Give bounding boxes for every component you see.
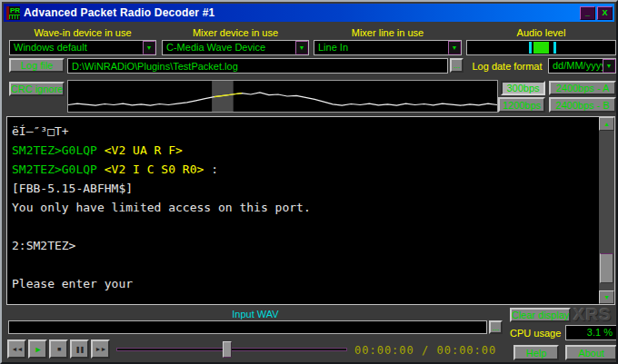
bps-300-button[interactable]: 300bps [501,81,545,95]
app-window: PR Advanced Packet Radio Decoder #1 _ X … [0,0,618,364]
bps-2400b-button[interactable]: 2400bps - B [549,97,616,113]
chevron-down-icon[interactable]: ▼ [143,41,155,54]
terminal-segment: ëÍ–″³□T+ [12,124,69,138]
terminal-line: SM2TEZ>G0LQP <V2 UA R F> [12,141,599,160]
scroll-up-icon: ▲ [603,121,610,127]
fast-forward-button[interactable]: ►► [91,339,110,359]
about-button[interactable]: About [565,345,617,360]
clear-display-button[interactable]: Clear display [510,308,571,322]
terminal-line [12,255,599,274]
minimize-button[interactable]: _ [580,6,595,20]
rewind-button[interactable]: ◄◄ [7,339,26,359]
audio-level-label: Audio level [466,27,616,38]
time-display: 00:00:00 / 00:00:00 [354,344,496,357]
pause-button[interactable]: ❚❚ [70,339,89,359]
mixer-device-label: Mixer device in use [162,27,309,38]
terminal-text: ëÍ–″³□T+SM2TEZ>G0LQP <V2 UA R F>SM2TEZ>G… [7,117,599,304]
play-button[interactable]: ► [28,339,47,359]
input-wav-field[interactable] [8,320,487,334]
terminal-segment: 2:SM2TEZ> [12,239,75,252]
close-icon: X [602,8,607,17]
terminal-line: [FBB-5.15-ABFHM$] [12,179,599,198]
xrs-logo: XRS [573,305,617,325]
audio-level-meter [466,40,616,55]
terminal-line [12,217,599,236]
scroll-up-button[interactable]: ▲ [599,117,614,131]
app-icon-label: PR [10,6,20,15]
log-date-format-select[interactable]: dd/MM/yyyy ▼ [548,58,616,74]
terminal-line: Please enter your [12,274,599,293]
mixer-line-select[interactable]: Line In ▼ [314,40,462,55]
pause-icon: ❚❚ [75,346,85,353]
terminal-segment: Please enter your [12,277,133,290]
app-icon-comb [9,15,20,19]
bps-2400a-button[interactable]: 2400bps - A [549,81,616,95]
mixer-device-group: Mixer device in use C-Media Wave Device … [162,27,309,56]
input-wav-label: Input WAV [6,309,504,320]
minimize-icon: _ [585,8,590,17]
spectrum-display[interactable] [67,80,498,113]
log-file-button[interactable]: Log file [9,58,65,73]
rewind-icon: ◄◄ [12,346,23,352]
log-browse-button[interactable]: ... [450,58,464,73]
seek-slider[interactable] [116,341,347,358]
log-date-format-label: Log date format [468,61,546,72]
play-icon: ► [35,345,42,354]
fast-forward-icon: ►► [95,346,106,352]
audio-level-group: Audio level [466,27,616,56]
meter-level-block [533,42,548,54]
spectrum-trace [68,93,497,105]
log-date-format-value: dd/MM/yyyy [549,59,603,73]
cpu-usage-label: CPU usage [510,328,566,339]
terminal-line: ëÍ–″³□T+ [12,122,599,141]
wav-browse-button[interactable]: ... [489,320,503,334]
terminal-segment: <V2 I C S0 R0> [97,162,204,176]
wave-in-label: Wave-in device in use [9,27,156,38]
terminal-segment: <V2 UA R F> [97,143,183,157]
wave-in-value: Windows default [10,41,143,54]
close-button[interactable]: X [597,6,613,20]
terminal-segment: : [204,162,218,176]
window-title: Advanced Packet Radio Decoder #1 [24,6,578,19]
terminal-segment: [FBB-5.15-ABFHM$] [12,182,133,195]
terminal-line: You only have limited access on this por… [12,198,599,217]
terminal-segment: You only have limited access on this por… [12,201,311,214]
decoder-terminal: ëÍ–″³□T+SM2TEZ>G0LQP <V2 UA R F>SM2TEZ>G… [6,116,615,305]
help-button[interactable]: Help [513,345,559,360]
meter-tick [553,42,556,54]
wave-in-select[interactable]: Windows default ▼ [9,40,156,55]
bps-1200-button[interactable]: 1200bps [498,97,545,113]
mixer-device-select[interactable]: C-Media Wave Device ▼ [162,40,309,55]
mixer-line-group: Mixer line in use Line In ▼ [314,27,462,56]
title-bar[interactable]: PR Advanced Packet Radio Decoder #1 _ X [4,4,614,22]
seek-slider-thumb[interactable] [223,341,232,358]
scrollbar-thumb[interactable] [600,253,613,283]
terminal-line: 2:SM2TEZ> [12,236,599,255]
scroll-down-icon: ▼ [603,294,610,300]
terminal-segment: SM2TEZ>G0LQP [12,162,97,176]
mixer-line-label: Mixer line in use [314,27,462,38]
crc-ignore-button[interactable]: CRC ignore [9,82,65,96]
spectrum-svg [68,81,497,112]
meter-tick [529,42,532,54]
stop-icon: ■ [57,346,60,352]
app-icon: PR [6,6,20,20]
chevron-down-icon[interactable]: ▼ [448,41,461,54]
mixer-device-value: C-Media Wave Device [163,41,295,54]
seek-slider-track[interactable] [116,348,347,351]
chevron-down-icon[interactable]: ▼ [295,41,308,54]
terminal-line: SM2TEZ>G0LQP <V2 I C S0 R0> : [12,160,599,179]
stop-button[interactable]: ■ [49,339,68,359]
scroll-down-button[interactable]: ▼ [599,290,614,304]
terminal-segment: SM2TEZ>G0LQP [12,143,97,157]
chevron-down-icon[interactable]: ▼ [603,59,615,73]
cpu-usage-value: 3.1 % [565,325,617,340]
mixer-line-value: Line In [314,41,448,54]
log-path-field[interactable] [67,58,448,74]
terminal-scrollbar[interactable]: ▲ ▼ [599,117,614,304]
wave-in-group: Wave-in device in use Windows default ▼ [9,27,156,56]
